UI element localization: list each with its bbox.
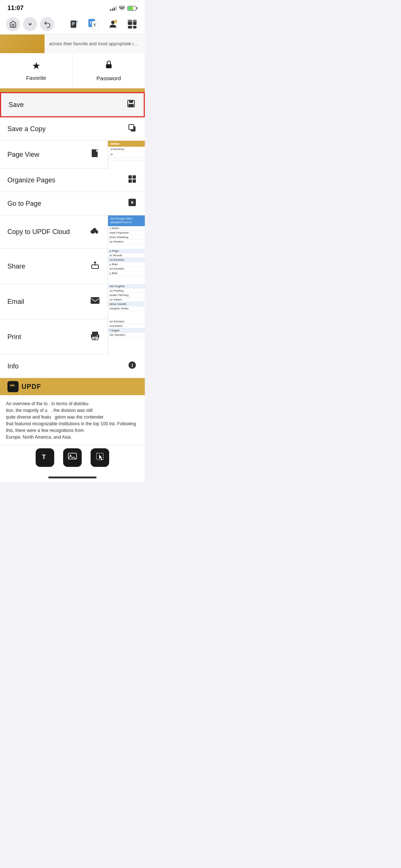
- page-view-item[interactable]: Page View: [0, 141, 108, 169]
- organize-pages-item[interactable]: Organize Pages: [0, 169, 145, 192]
- svg-text:T: T: [42, 453, 46, 461]
- print-item[interactable]: Print: [0, 319, 108, 355]
- doc-footer-row5: Europe, North America, and Asia.: [6, 434, 139, 440]
- side-email-2: us Pauling: [108, 289, 145, 293]
- side-print-2: nva Marie: [108, 324, 145, 328]
- doc-footer-main: An overview of the to . In terms of dist…: [6, 400, 139, 407]
- svg-text:T: T: [94, 23, 96, 27]
- page-view-row: Page View ntries of America m: [0, 141, 145, 169]
- email-item[interactable]: Email: [0, 284, 108, 319]
- svg-text:T: T: [89, 21, 92, 25]
- svg-rect-35: [93, 339, 96, 339]
- side-share-2: er Woods: [108, 253, 145, 258]
- cloud-item[interactable]: Copy to UPDF Cloud: [0, 215, 108, 249]
- side-table-header: ntries: [108, 141, 145, 147]
- status-time: 11:07: [7, 4, 23, 12]
- star-icon: ★: [32, 60, 40, 72]
- annotate-button[interactable]: [68, 17, 81, 31]
- menu-icons-row: ★ Favorite Password: [0, 53, 145, 88]
- select-tool-button[interactable]: [91, 448, 109, 467]
- svg-text:i: i: [132, 363, 133, 368]
- side-share-1: y Page: [108, 249, 145, 253]
- back-button[interactable]: [40, 17, 54, 31]
- updf-logo-text: UPDF: [22, 383, 41, 391]
- cloud-icon: [90, 227, 100, 237]
- side-doc-blue: ous People Whoaduated From It z Aldrin h…: [108, 215, 145, 249]
- favorite-item[interactable]: ★ Favorite: [0, 53, 73, 88]
- share-icon: [90, 261, 100, 272]
- password-label: Password: [97, 75, 121, 81]
- info-item[interactable]: Info i: [0, 355, 145, 378]
- svg-rect-12: [128, 20, 132, 22]
- side-table-row2: m: [108, 152, 145, 157]
- save-item-wrapper: Save: [0, 92, 145, 117]
- svg-point-36: [97, 335, 98, 337]
- lock-icon: [104, 60, 114, 72]
- doc-thumbnail: [0, 35, 45, 53]
- side-share-5: ert Einstein: [108, 267, 145, 271]
- footer-text-right3: gdom was the contender: [55, 414, 103, 420]
- footer-text-right2: , the division was still: [51, 407, 92, 414]
- side-entry-1: z Aldrin: [108, 226, 145, 231]
- signal-icon: [110, 6, 117, 11]
- profile-button[interactable]: +: [106, 17, 120, 31]
- side-share-6: y Blair: [108, 271, 145, 276]
- svg-rect-26: [128, 179, 132, 183]
- bottom-toolbar: T: [0, 445, 145, 474]
- updf-logo: UPDF: [7, 381, 41, 392]
- svg-rect-27: [133, 179, 136, 183]
- wifi-icon: [119, 5, 125, 11]
- footer-text2: tion, the majority of u: [6, 407, 47, 414]
- home-button[interactable]: [6, 17, 20, 31]
- footer-text1: An overview of the to: [6, 401, 48, 406]
- side-entry-4: ac Newton: [108, 240, 145, 244]
- side-doc-table: ntries of America m: [108, 141, 145, 169]
- email-icon: [90, 297, 100, 306]
- svg-rect-25: [133, 175, 136, 179]
- side-print-3: l Sagan: [108, 328, 145, 333]
- save-label: Save: [9, 101, 24, 109]
- text-tool-button[interactable]: T: [36, 448, 54, 467]
- save-menu-item[interactable]: Save: [1, 93, 144, 116]
- battery-icon: ⚡: [127, 6, 137, 11]
- svg-rect-34: [93, 338, 97, 338]
- status-icons: ⚡: [110, 5, 137, 11]
- image-tool-button[interactable]: [63, 448, 82, 467]
- svg-rect-31: [92, 332, 98, 335]
- side-share-4: y Blair: [108, 262, 145, 267]
- text-tool-icon: T: [40, 452, 50, 464]
- app-bar: UPDF: [0, 378, 145, 395]
- menu-panel: ★ Favorite Password Save: [0, 53, 145, 378]
- copy-icon: [127, 123, 137, 134]
- share-row: Share y Page er Woods ert Einstein y Bla…: [0, 249, 145, 284]
- side-email-5: atma Gandhi: [108, 302, 145, 306]
- doc-preview-text: across their favorite and most appropria…: [45, 41, 145, 46]
- dropdown-button[interactable]: [23, 17, 37, 31]
- print-icon: [90, 331, 100, 342]
- svg-text:+: +: [115, 20, 117, 24]
- side-share-3: ert Einstein: [108, 258, 145, 262]
- side-entry-2: hard Feynman: [108, 231, 145, 235]
- image-tool-icon: [68, 452, 77, 464]
- updf-logo-icon: [7, 381, 19, 392]
- side-table-row4: [108, 159, 145, 161]
- side-doc-email: ard Hughes us Pauling ander Fleming us S…: [108, 284, 145, 319]
- search-button[interactable]: [125, 17, 139, 31]
- home-bar: [48, 477, 97, 478]
- status-bar: 11:07 ⚡: [0, 0, 145, 14]
- organize-pages-label: Organize Pages: [7, 176, 55, 184]
- go-to-page-item[interactable]: Go to Page: [0, 192, 145, 215]
- svg-rect-22: [129, 124, 134, 130]
- translate-button[interactable]: T T: [87, 17, 100, 31]
- share-item[interactable]: Share: [0, 249, 108, 284]
- side-doc-print: ert Einstein nva Marie l Sagan nie Sande…: [108, 319, 145, 355]
- page-icon: [90, 149, 100, 160]
- doc-footer-row3: quite diverse and featu gdom was the con…: [6, 414, 139, 420]
- save-icon: [126, 99, 136, 110]
- password-item[interactable]: Password: [73, 53, 145, 88]
- save-copy-item[interactable]: Save a Copy: [0, 117, 145, 141]
- info-icon: i: [127, 361, 137, 372]
- svg-rect-16: [133, 26, 136, 29]
- share-label: Share: [7, 263, 25, 270]
- side-doc-blue-title: ous People Whoaduated From It: [108, 215, 145, 226]
